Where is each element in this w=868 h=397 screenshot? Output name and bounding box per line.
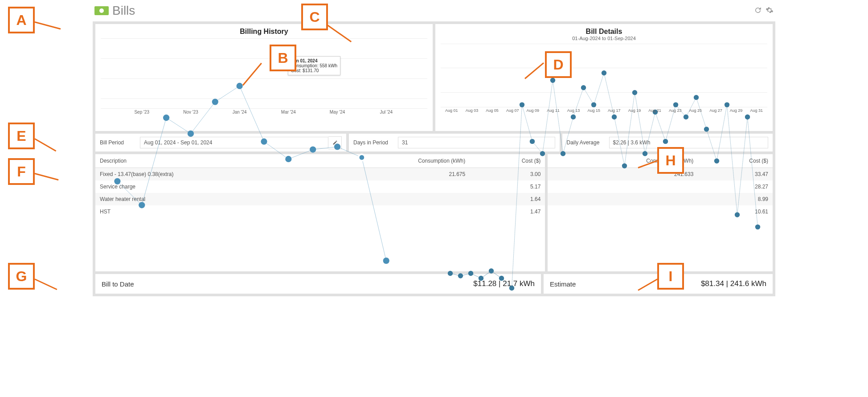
callout-e: E [8,123,35,149]
svg-point-9 [334,143,340,150]
callout-c: C [301,4,328,30]
svg-point-22 [550,78,555,83]
svg-point-40 [735,212,740,217]
svg-point-36 [694,95,699,100]
callout-line [35,173,59,180]
svg-point-21 [540,151,545,156]
callout-h: H [657,147,684,174]
svg-point-23 [561,151,565,156]
chart-subtitle: 01-Aug-2024 to 01-Sep-2024 [441,36,767,41]
bills-page: Bills Billing History Sep '23Nov '23Jan … [89,0,779,397]
svg-point-1 [139,202,145,208]
svg-point-6 [261,139,267,145]
svg-point-19 [520,102,524,107]
bill-details-chart[interactable]: Bill Details 01-Aug-2024 to 01-Sep-2024 … [435,24,773,131]
gear-icon[interactable] [766,6,774,16]
callout-i: I [657,263,684,290]
svg-point-15 [479,276,483,281]
svg-point-8 [310,146,316,152]
callout-a: A [8,7,35,33]
svg-point-30 [632,90,637,95]
callout-line [34,138,56,151]
svg-point-33 [663,139,668,144]
svg-point-18 [509,286,514,291]
svg-point-14 [468,271,473,276]
svg-point-27 [602,70,606,75]
svg-point-34 [673,102,678,107]
svg-point-7 [285,156,291,162]
svg-point-37 [704,127,709,131]
svg-point-13 [458,273,463,278]
svg-point-42 [755,225,760,229]
svg-point-5 [237,83,243,89]
header-actions [754,6,774,16]
refresh-icon[interactable] [754,6,762,16]
svg-point-4 [212,98,218,105]
callout-f: F [8,158,35,185]
svg-point-3 [188,131,194,137]
page-header: Bills [89,0,779,21]
billing-history-chart[interactable]: Billing History Sep '23Nov '23Jan '24Mar… [95,24,433,131]
svg-point-17 [499,276,504,281]
chart-body: Aug 01Aug 03Aug 05Aug 07Aug 09Aug 11Aug … [441,44,767,117]
callout-line [34,278,57,290]
bill-icon [94,6,109,15]
svg-point-38 [714,159,719,164]
svg-point-31 [643,151,647,156]
page-title: Bills [112,4,135,18]
svg-point-11 [383,258,389,264]
chart-title: Bill Details [441,28,767,36]
svg-point-10 [359,154,365,160]
callout-b: B [270,45,296,71]
svg-point-0 [114,178,120,184]
svg-point-20 [530,139,535,144]
callout-d: D [545,51,572,78]
callout-g: G [8,263,35,290]
svg-point-29 [622,164,627,168]
svg-point-25 [581,85,586,90]
charts-row: Billing History Sep '23Nov '23Jan '24Mar… [95,24,773,131]
callout-line [35,21,61,29]
svg-point-16 [489,268,494,273]
svg-point-26 [591,102,596,107]
svg-point-12 [448,271,453,276]
svg-point-39 [725,102,729,107]
chart-body: Sep '23Nov '23Jan '24Mar '24May '24Jul '… [101,38,427,119]
chart-title: Billing History [101,28,427,36]
